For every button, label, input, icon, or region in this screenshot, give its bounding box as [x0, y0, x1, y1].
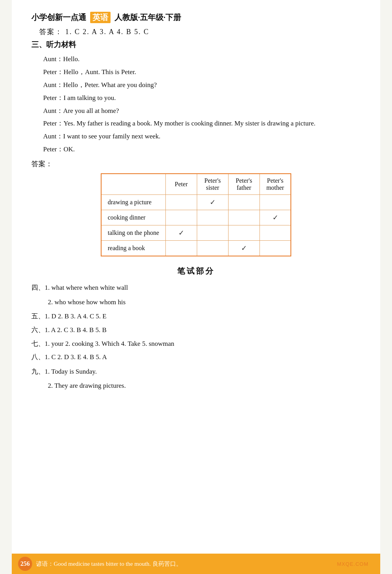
section6-num: 六、: [31, 324, 45, 336]
edition-text: 人教版·五年级·下册: [114, 12, 181, 23]
section9-num: 九、: [31, 366, 45, 378]
watermark: MXQE.COM: [337, 561, 368, 567]
section7-num: 七、: [31, 338, 45, 350]
dialogue-4: Aunt：Are you all at home?: [43, 105, 361, 117]
cell-0-father: [228, 195, 260, 210]
proverb-text: 谚语：Good medicine tastes bitter to the mo…: [36, 560, 374, 568]
row-label-0: drawing a picture: [101, 195, 166, 210]
section5-num: 五、: [31, 311, 45, 323]
bottom-bar: 256 谚语：Good medicine tastes bitter to th…: [12, 554, 380, 574]
dialogue-block: Aunt：Hello. Peter：Hello，Aunt. This is Pe…: [31, 54, 361, 155]
brand-text: 小学创新一点通: [31, 12, 86, 23]
cell-3-mother: [260, 241, 291, 256]
section9-row2: 2. They are drawing pictures.: [48, 380, 361, 392]
answer-table-wrap: Peter Peter'ssister Peter'sfather Peter'…: [31, 173, 361, 256]
col-father: Peter'sfather: [228, 174, 260, 195]
section6-content: 1. A 2. C 3. B 4. B 5. B: [45, 324, 107, 336]
section4-row2: 2. who whose how whom his: [48, 296, 361, 309]
cell-2-peter: ✓: [165, 225, 197, 241]
section4-row1: 四、 1. what where when white wall: [31, 282, 361, 294]
section5-content: 1. D 2. B 3. A 4. C 5. E: [45, 311, 107, 323]
section8-content: 1. C 2. D 3. E 4. B 5. A: [45, 351, 107, 363]
section8: 八、 1. C 2. D 3. E 4. B 5. A: [31, 351, 361, 363]
cell-1-father: [228, 210, 260, 225]
col-mother: Peter'smother: [260, 174, 291, 195]
section9-line1: 1. Today is Sunday.: [45, 366, 97, 378]
dialogue-5: Peter：Yes. My father is reading a book. …: [43, 118, 361, 129]
subject-label: 英语: [90, 12, 111, 23]
written-title: 笔试部分: [31, 266, 361, 276]
table-row: cooking dinner ✓: [101, 210, 291, 225]
row-label-1: cooking dinner: [101, 210, 166, 225]
table-row: drawing a picture ✓: [101, 195, 291, 210]
dialogue-6: Aunt：I want to see your family next week…: [43, 131, 361, 142]
cell-1-sister: [197, 210, 228, 225]
section9-row1: 九、 1. Today is Sunday.: [31, 366, 361, 378]
answers-label: 答案：: [39, 28, 63, 36]
answers-items: 1. C 2. A 3. A 4. B 5. C: [65, 28, 149, 36]
section6: 六、 1. A 2. C 3. B 4. B 5. B: [31, 324, 361, 336]
section5: 五、 1. D 2. B 3. A 4. C 5. E: [31, 311, 361, 323]
row-label-2: talking on the phone: [101, 225, 166, 241]
section9-line2: 2. They are drawing pictures.: [48, 380, 126, 392]
section4-line2-label: 2.: [48, 296, 54, 309]
row-label-3: reading a book: [101, 241, 166, 256]
cell-0-peter: [165, 195, 197, 210]
dialogue-0: Aunt：Hello.: [43, 54, 361, 65]
section4-line2-words: who whose how whom his: [54, 296, 125, 309]
answer-table: Peter Peter'ssister Peter'sfather Peter'…: [101, 173, 292, 256]
section8-num: 八、: [31, 351, 45, 363]
cell-3-sister: [197, 241, 228, 256]
dialogue-2: Aunt：Hello，Peter. What are you doing?: [43, 80, 361, 91]
section4-line1-words: what where when white wall: [51, 282, 128, 294]
cell-1-mother: ✓: [260, 210, 291, 225]
page: 小学创新一点通 英语 人教版·五年级·下册 答案： 1. C 2. A 3. A…: [12, 0, 380, 574]
dialogue-7: Peter：OK.: [43, 144, 361, 155]
dialogue-3: Peter：I am talking to you.: [43, 93, 361, 104]
section4-line1-label: 1.: [45, 282, 51, 294]
section4: 四、 1. what where when white wall 2. who …: [31, 282, 361, 308]
section9: 九、 1. Today is Sunday. 2. They are drawi…: [31, 366, 361, 392]
col-peter: Peter: [165, 174, 197, 195]
cell-3-father: ✓: [228, 241, 260, 256]
cell-3-peter: [165, 241, 197, 256]
top-answers: 答案： 1. C 2. A 3. A 4. B 5. C: [39, 27, 361, 36]
page-number: 256: [18, 557, 32, 571]
col-sister: Peter'ssister: [197, 174, 228, 195]
col-blank: [101, 174, 166, 195]
cell-0-mother: [260, 195, 291, 210]
cell-2-sister: [197, 225, 228, 241]
section4-num: 四、: [31, 282, 45, 294]
cell-2-mother: [260, 225, 291, 241]
section3-title: 三、听力材料: [31, 40, 361, 50]
cell-0-sister: ✓: [197, 195, 228, 210]
table-row: reading a book ✓: [101, 241, 291, 256]
cell-2-father: [228, 225, 260, 241]
section7: 七、 1. your 2. cooking 3. Which 4. Take 5…: [31, 338, 361, 350]
answer-label: 答案：: [31, 159, 361, 169]
section7-content: 1. your 2. cooking 3. Which 4. Take 5. s…: [45, 338, 174, 350]
table-row: talking on the phone ✓: [101, 225, 291, 241]
dialogue-1: Peter：Hello，Aunt. This is Peter.: [43, 67, 361, 78]
cell-1-peter: [165, 210, 197, 225]
header: 小学创新一点通 英语 人教版·五年级·下册: [31, 12, 361, 23]
